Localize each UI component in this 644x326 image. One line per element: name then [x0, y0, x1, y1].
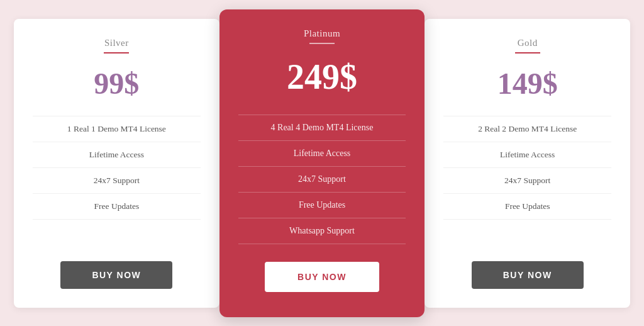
plan-name-silver: Silver — [104, 38, 129, 48]
plan-name-platinum: Platinum — [304, 28, 340, 39]
feature-item-gold-3: Free Updates — [443, 194, 611, 220]
plan-name-underline-platinum — [309, 43, 335, 44]
buy-button-gold[interactable]: BUY NOW — [472, 261, 584, 289]
pricing-card-gold: Gold149$2 Real 2 Demo MT4 LicenseLifetim… — [425, 19, 630, 308]
feature-item-silver-1: Lifetime Access — [33, 142, 201, 168]
plan-name-underline-silver — [104, 52, 129, 53]
feature-item-gold-1: Lifetime Access — [443, 142, 611, 168]
features-list-gold: 2 Real 2 Demo MT4 LicenseLifetime Access… — [443, 116, 611, 244]
feature-item-platinum-3: Free Updates — [238, 193, 406, 218]
plan-price-platinum: 249$ — [287, 57, 357, 97]
feature-item-platinum-2: 24x7 Support — [238, 167, 406, 193]
pricing-card-platinum: Platinum249$4 Real 4 Demo MT4 LicenseLif… — [219, 9, 425, 317]
feature-item-gold-2: 24x7 Support — [443, 168, 611, 194]
feature-item-silver-3: Free Updates — [33, 194, 201, 220]
feature-item-platinum-4: Whatsapp Support — [238, 218, 406, 244]
feature-item-platinum-1: Lifetime Access — [238, 141, 406, 167]
pricing-card-silver: Silver99$1 Real 1 Demo MT4 LicenseLifeti… — [14, 19, 219, 308]
feature-item-platinum-0: 4 Real 4 Demo MT4 License — [238, 115, 406, 141]
plan-price-silver: 99$ — [94, 66, 139, 101]
feature-item-gold-0: 2 Real 2 Demo MT4 License — [443, 116, 611, 142]
feature-item-silver-0: 1 Real 1 Demo MT4 License — [33, 116, 201, 142]
buy-button-silver[interactable]: BUY NOW — [60, 261, 172, 289]
features-list-silver: 1 Real 1 Demo MT4 LicenseLifetime Access… — [33, 116, 201, 244]
pricing-container: Silver99$1 Real 1 Demo MT4 LicenseLifeti… — [14, 19, 630, 308]
buy-button-platinum[interactable]: BUY NOW — [265, 262, 379, 292]
plan-price-gold: 149$ — [497, 66, 558, 101]
feature-item-silver-2: 24x7 Support — [33, 168, 201, 194]
plan-name-underline-gold — [515, 52, 540, 53]
features-list-platinum: 4 Real 4 Demo MT4 LicenseLifetime Access… — [238, 115, 406, 244]
plan-name-gold: Gold — [518, 38, 538, 48]
